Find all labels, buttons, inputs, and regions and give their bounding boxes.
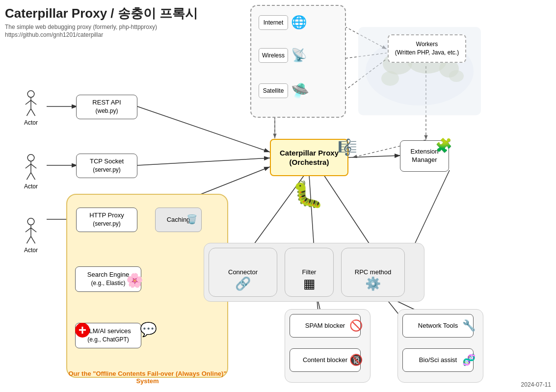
rest-api-box: REST API(web.py) <box>76 95 137 119</box>
llm-plus-icon: + <box>75 323 90 338</box>
svg-line-45 <box>26 173 31 180</box>
actor-1-label: Actor <box>24 119 38 126</box>
chatgpt-icon: 💬 <box>140 321 157 338</box>
tcp-socket-box: TCP Socket(server.py) <box>76 154 137 178</box>
wireless-box: Wireless <box>259 48 288 63</box>
actor-2-label: Actor <box>24 183 38 190</box>
satellite-item: Satellite 🛸 <box>259 82 309 99</box>
connector-label: Connector <box>228 268 258 277</box>
http-proxy-box: HTTP Proxy(server.py) <box>76 208 137 232</box>
subtitle: The simple web debugging proxy (formerly… <box>5 24 198 30</box>
search-icon: 🌸 <box>126 272 143 289</box>
satellite-icon: 🛸 <box>291 82 309 99</box>
caterpillar-proxy-box: Caterpillar Proxy(Orchestra) 🎼 <box>270 139 348 176</box>
rpc-method-label: RPC method <box>355 268 391 277</box>
extension-manager-label: ExtensionManager <box>410 148 438 164</box>
content-blocker-box: Content blocker 🔞 <box>290 348 361 372</box>
spam-blocker-box: SPAM blocker 🚫 <box>290 314 361 338</box>
svg-line-38 <box>31 100 36 105</box>
svg-line-43 <box>26 164 31 168</box>
caterpillar-proxy-label: Caterpillar Proxy(Orchestra) <box>280 148 339 167</box>
tcp-socket-label: TCP Socket(server.py) <box>90 157 124 174</box>
svg-line-39 <box>26 109 31 116</box>
connector-chain-icon: 🔗 <box>235 276 251 292</box>
rpc-gear-icon: ⚙️ <box>365 276 381 292</box>
title-area: Caterpillar Proxy / 송충이 프록시 The simple w… <box>5 5 198 38</box>
svg-point-41 <box>27 155 34 161</box>
bio-sci-label: Bio/Sci assist <box>419 356 457 365</box>
main-title: Caterpillar Proxy / 송충이 프록시 <box>5 5 198 22</box>
filter-box: Filter ▦ <box>285 248 334 297</box>
svg-point-34 <box>449 70 464 82</box>
workers-label: Workers(Written PHP, Java, etc.) <box>395 40 459 57</box>
actor-3: Actor <box>22 217 40 254</box>
caterpillar-mascot: 🐛 <box>292 182 324 207</box>
svg-line-51 <box>26 236 31 244</box>
svg-line-46 <box>31 173 35 180</box>
wireless-icon: 📡 <box>291 48 307 63</box>
svg-line-6 <box>137 158 270 165</box>
svg-line-49 <box>26 228 31 232</box>
offline-label: Our the "Offline Contents Fail-over (Alw… <box>68 370 227 385</box>
stick-figure-1 <box>22 90 40 119</box>
llm-ai-label: LLM/AI services(e.g., ChatGPT) <box>85 327 131 344</box>
date-label: 2024-07-11 <box>521 381 551 388</box>
orchestra-icon: 🎼 <box>338 137 357 158</box>
connector-box: Connector 🔗 <box>209 248 277 297</box>
nsfw-icon: 🔞 <box>349 353 363 367</box>
svg-line-21 <box>324 175 373 249</box>
content-blocker-label: Content blocker <box>303 356 347 365</box>
workers-box: Workers(Written PHP, Java, etc.) <box>388 34 466 63</box>
actor-2: Actor <box>22 154 40 190</box>
actor-3-label: Actor <box>24 247 38 254</box>
http-proxy-label: HTTP Proxy(server.py) <box>89 211 124 228</box>
search-engine-box: Search Engine(e.g., Elastic) 🌸 <box>75 266 141 292</box>
bio-sci-icon: 🧬 <box>462 353 476 367</box>
spam-icon: 🚫 <box>349 319 363 333</box>
rpc-method-box: RPC method ⚙️ <box>341 248 405 297</box>
repo-link: https://github.com/gnh1201/caterpillar <box>5 31 198 38</box>
svg-point-47 <box>27 218 34 225</box>
svg-line-22 <box>412 170 450 249</box>
bio-sci-box: Bio/Sci assist 🧬 <box>402 348 474 372</box>
svg-line-44 <box>31 164 36 168</box>
svg-line-5 <box>137 106 270 152</box>
satellite-box: Satellite <box>259 83 288 98</box>
svg-line-37 <box>26 100 31 105</box>
puzzle-icon: 🧩 <box>435 137 452 155</box>
svg-point-35 <box>27 91 34 98</box>
svg-line-52 <box>31 236 35 244</box>
caching-icon: 🗑️ <box>186 214 197 225</box>
filter-grid-icon: ▦ <box>303 276 316 292</box>
svg-line-50 <box>31 228 36 232</box>
search-engine-label: Search Engine(e.g., Elastic) <box>87 271 129 287</box>
network-tools-icon: 🔧 <box>462 319 476 333</box>
extension-manager-box: ExtensionManager 🧩 <box>400 140 449 172</box>
internet-group: Internet 🌐 Wireless 📡 Satellite 🛸 <box>250 5 346 118</box>
actor-1: Actor <box>22 90 40 126</box>
stick-figure-3 <box>22 217 40 247</box>
filter-label: Filter <box>302 268 317 277</box>
diagram: Caterpillar Proxy / 송충이 프록시 The simple w… <box>0 0 556 392</box>
network-tools-label: Network Tools <box>418 322 458 330</box>
internet-globe-icon: 🌐 <box>291 15 307 30</box>
internet-item: Internet 🌐 <box>259 15 307 30</box>
network-tools-box: Network Tools 🔧 <box>402 314 474 338</box>
internet-box: Internet <box>259 15 288 30</box>
spam-blocker-label: SPAM blocker <box>305 322 345 330</box>
svg-point-33 <box>381 71 399 86</box>
caching-box: Caching 🗑️ <box>155 208 202 232</box>
svg-line-40 <box>31 109 35 116</box>
rest-api-label: REST API(web.py) <box>92 99 121 115</box>
wireless-item: Wireless 📡 <box>259 48 307 63</box>
stick-figure-2 <box>22 154 40 183</box>
